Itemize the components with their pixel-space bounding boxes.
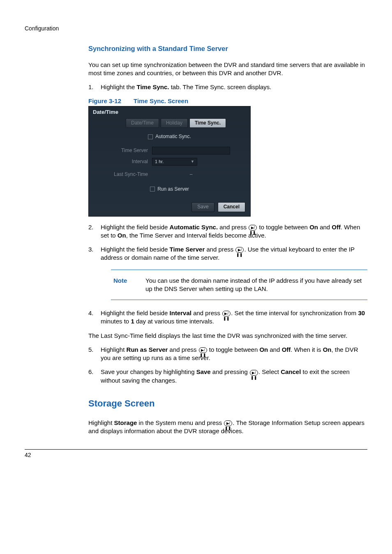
dialog-tabs: Date/Time Holiday Time Sync. xyxy=(126,118,250,128)
step-6: 6. Save your changes by highlighting Sav… xyxy=(88,368,367,385)
play-pause-icon: ▶/❚❚ xyxy=(235,247,244,253)
play-pause-icon: ▶/❚❚ xyxy=(249,225,257,231)
list-body: Highlight the field beside Automatic Syn… xyxy=(101,223,367,240)
mid-paragraph: The Last Sync-Time field displays the la… xyxy=(88,332,367,340)
time-server-row: Time Server xyxy=(89,145,250,156)
automatic-sync-checkbox[interactable] xyxy=(148,134,153,139)
dialog-buttons: Save Cancel xyxy=(89,196,250,216)
interval-select[interactable]: 1 hr. ▼ xyxy=(152,158,197,166)
play-pause-icon: ▶/❚❚ xyxy=(250,370,258,376)
tab-holiday[interactable]: Holiday xyxy=(161,118,188,128)
page-number: 42 xyxy=(25,451,367,459)
automatic-sync-row: Automatic Sync. xyxy=(89,132,250,142)
intro-paragraph: You can set up time synchronization betw… xyxy=(88,61,367,78)
play-pause-icon: ▶/❚❚ xyxy=(222,311,231,316)
storage-paragraph: Highlight Storage in the System menu and… xyxy=(88,419,367,436)
dialog-title: Date/Time xyxy=(89,106,250,118)
interval-label: Interval xyxy=(95,159,152,165)
step-2: 2. Highlight the field beside Automatic … xyxy=(88,223,367,240)
cancel-button[interactable]: Cancel xyxy=(218,202,245,212)
list-body: Highlight the field beside Time Server a… xyxy=(101,245,367,262)
time-server-input[interactable] xyxy=(152,147,230,155)
list-number: 5. xyxy=(88,346,101,362)
interval-value: 1 hr. xyxy=(155,159,164,164)
run-as-server-checkbox[interactable] xyxy=(150,187,155,192)
chevron-down-icon: ▼ xyxy=(191,159,194,164)
figure-caption: Figure 3-12Time Sync. Screen xyxy=(88,97,367,105)
tab-datetime[interactable]: Date/Time xyxy=(126,118,159,128)
list-body: Highlight the Time Sync. tab. The Time S… xyxy=(101,83,367,91)
footer-rule xyxy=(25,449,367,450)
subsection-title: Synchronizing with a Standard Time Serve… xyxy=(88,44,367,53)
list-number: 1. xyxy=(88,83,101,91)
run-as-server-row: Run as Server xyxy=(89,185,250,194)
play-pause-icon: ▶/❚❚ xyxy=(224,420,232,426)
main-content: Synchronizing with a Standard Time Serve… xyxy=(88,44,367,459)
time-sync-dialog: Date/Time Date/Time Holiday Time Sync. A… xyxy=(88,106,251,217)
breadcrumb: Configuration xyxy=(25,25,367,32)
list-body: Highlight Run as Server and press ▶/❚❚ t… xyxy=(101,346,367,362)
last-sync-value: – xyxy=(152,171,230,178)
automatic-sync-label: Automatic Sync. xyxy=(155,134,191,140)
tab-timesync[interactable]: Time Sync. xyxy=(189,118,226,128)
list-number: 3. xyxy=(88,245,101,262)
last-sync-row: Last Sync-Time – xyxy=(89,170,250,180)
list-body: Highlight the field beside Interval and … xyxy=(101,309,367,326)
list-body: Save your changes by highlighting Save a… xyxy=(101,368,367,385)
list-number: 2. xyxy=(88,223,101,240)
list-number: 4. xyxy=(88,309,101,326)
save-button[interactable]: Save xyxy=(191,202,214,212)
note-text: You can use the domain name instead of t… xyxy=(145,277,365,293)
note-label: Note xyxy=(113,277,145,293)
last-sync-label: Last Sync-Time xyxy=(95,171,152,178)
step-3: 3. Highlight the field beside Time Serve… xyxy=(88,245,367,262)
step-1: 1. Highlight the Time Sync. tab. The Tim… xyxy=(88,83,367,91)
note-box: Note You can use the domain name instead… xyxy=(111,270,367,300)
run-as-server-label: Run as Server xyxy=(157,186,189,193)
section-title: Storage Screen xyxy=(88,398,367,410)
step-4: 4. Highlight the field beside Interval a… xyxy=(88,309,367,326)
interval-row: Interval 1 hr. ▼ xyxy=(89,156,250,167)
step-5: 5. Highlight Run as Server and press ▶/❚… xyxy=(88,346,367,362)
play-pause-icon: ▶/❚❚ xyxy=(199,347,207,353)
list-number: 6. xyxy=(88,368,101,385)
time-server-label: Time Server xyxy=(95,148,152,154)
